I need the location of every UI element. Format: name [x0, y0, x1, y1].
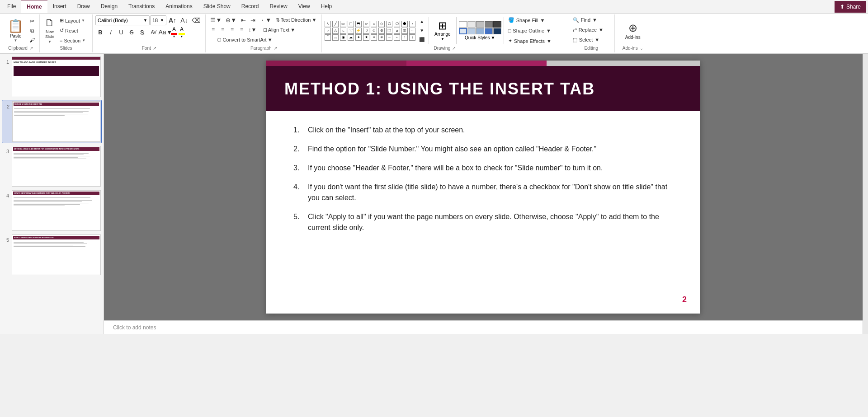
bullets-button[interactable]: ☰▼ — [208, 15, 223, 24]
tab-file[interactable]: File — [2, 0, 21, 13]
shape-parallelogram[interactable]: ▱ — [363, 21, 369, 27]
shape-rtriangle[interactable]: ◺ — [340, 28, 346, 34]
qs-cell-10[interactable] — [493, 28, 501, 34]
shape-star5[interactable]: ★ — [363, 34, 369, 41]
shapes-scroll-down[interactable]: ▼ — [417, 26, 426, 35]
tab-help[interactable]: Help — [316, 0, 338, 13]
shape-heart[interactable]: ♡ — [348, 28, 354, 34]
qs-cell-9[interactable] — [485, 28, 493, 34]
cut-button[interactable]: ✂ — [28, 17, 37, 26]
shape-snip-rect[interactable]: ⬒ — [355, 21, 362, 27]
shape-effects-button[interactable]: ✦ Shape Effects ▼ — [506, 37, 565, 46]
right-scrollbar[interactable] — [863, 54, 868, 334]
section-button[interactable]: ≡ Section ▼ — [58, 36, 90, 45]
font-increase-button[interactable]: A↑ — [167, 16, 178, 25]
addins-expander[interactable]: ⌄ — [640, 46, 643, 51]
qs-cell-3[interactable] — [476, 21, 484, 28]
shadow-button[interactable]: S — [137, 28, 147, 37]
shape-arrow-d[interactable]: ↓ — [409, 34, 415, 41]
tab-slideshow[interactable]: Slide Show — [198, 0, 236, 13]
paste-dropdown-arrow[interactable]: ▼ — [14, 38, 18, 42]
line-spacing-button[interactable]: ↕▼ — [246, 25, 258, 34]
qs-cell-7[interactable] — [467, 28, 476, 34]
numbering-button[interactable]: ⊕▼ — [224, 15, 238, 24]
notes-bar[interactable]: Click to add notes — [104, 320, 863, 334]
copy-button[interactable]: ⧉ — [28, 26, 37, 35]
paragraph-expander[interactable]: ↗ — [274, 46, 277, 51]
shape-oval[interactable]: ○ — [325, 28, 331, 34]
clipboard-expander[interactable]: ↗ — [29, 46, 33, 51]
tab-record[interactable]: Record — [236, 0, 264, 13]
bold-button[interactable]: B — [95, 28, 105, 37]
shape-no[interactable]: ⊘ — [378, 28, 385, 34]
shape-triangle[interactable]: △ — [332, 28, 339, 34]
font-size-input[interactable]: 18 ▼ — [150, 15, 166, 25]
qs-cell-8[interactable] — [476, 28, 484, 34]
shape-wave[interactable]: ≈ — [409, 28, 415, 34]
font-decrease-button[interactable]: A↓ — [179, 16, 189, 25]
slide-thumb-5[interactable]: 5 HOW TO REMOVE PAGE NUMBERS IN POWERPOI… — [2, 234, 102, 276]
shape-chord[interactable]: ⌓ — [332, 34, 339, 41]
highlight-color-btn[interactable]: A ▼ — [179, 26, 185, 38]
tab-home[interactable]: Home — [21, 0, 47, 13]
slide-thumb-2[interactable]: 2 METHOD 1: USING THE INSERT TAB — [2, 100, 102, 143]
shape-cursor[interactable]: ↖ — [325, 21, 331, 27]
shape-moon[interactable]: ☽ — [363, 28, 369, 34]
tab-view[interactable]: View — [293, 0, 316, 13]
shape-star8[interactable]: ✳ — [378, 34, 385, 41]
shape-lightning[interactable]: ⚡ — [355, 28, 362, 34]
shape-arrow-u[interactable]: ↑ — [401, 34, 408, 41]
shape-rounded-rect[interactable]: ▢ — [348, 21, 354, 27]
shape-pentagon[interactable]: ⬠ — [386, 21, 392, 27]
font-family-dropdown[interactable]: ▼ — [143, 18, 147, 23]
shape-diamond[interactable]: ◇ — [378, 21, 385, 27]
shape-outline-button[interactable]: □ Shape Outline ▼ — [506, 26, 565, 35]
align-text-button[interactable]: ⊡ Align Text ▼ — [259, 25, 299, 34]
text-direction-button[interactable]: ⇅ Text Direction ▼ — [274, 15, 319, 24]
font-family-selector[interactable]: Calibri (Body) ▼ — [95, 15, 150, 25]
tab-draw[interactable]: Draw — [72, 0, 95, 13]
tab-review[interactable]: Review — [264, 0, 292, 13]
qs-cell-1[interactable] — [459, 21, 467, 28]
addins-button[interactable]: ⊕ Add-ins — [623, 20, 643, 41]
shape-hexagon[interactable]: ⬡ — [394, 21, 400, 27]
tab-transitions[interactable]: Transitions — [123, 0, 160, 13]
shape-callout1[interactable]: ☁ — [348, 34, 354, 41]
justify-button[interactable]: ≡ — [237, 25, 246, 34]
convert-smartart-button[interactable]: ⬡ Convert to SmartArt ▼ — [208, 35, 281, 44]
slide-thumb-1[interactable]: 1 HOW TO ADD PAGE NUMBERS TO PPT — [2, 56, 102, 98]
reset-button[interactable]: ↺ Reset — [58, 26, 90, 35]
shape-arrow-l[interactable]: ← — [394, 34, 400, 41]
slide-thumb-3[interactable]: 3 METHOD 2: USING SLIDE MASTER FOR CONSI… — [2, 145, 102, 187]
decrease-indent-button[interactable]: ⇤ — [239, 15, 248, 24]
align-right-button[interactable]: ≡ — [227, 25, 236, 34]
layout-button[interactable]: ⊞ Layout ▼ — [58, 16, 90, 25]
underline-button[interactable]: U — [116, 28, 126, 37]
shape-can[interactable]: ⌀ — [394, 28, 400, 34]
new-slide-button[interactable]: 🗋 New Slide ▼ — [42, 16, 57, 45]
find-button[interactable]: 🔍 Find ▼ — [571, 15, 612, 24]
shape-donut[interactable]: ◉ — [340, 34, 346, 41]
font-size-up2[interactable]: Aa▼ — [160, 28, 170, 37]
arrange-button[interactable]: ⊞ Arrange ▼ — [431, 19, 454, 42]
font-color-btn[interactable]: A ▼ — [171, 26, 177, 38]
slide-canvas[interactable]: METHOD 1: USING THE INSERT TAB Click on … — [266, 61, 700, 314]
replace-button[interactable]: ⇄ Replace ▼ — [571, 25, 612, 34]
shape-line[interactable]: ╱ — [332, 21, 339, 27]
share-button[interactable]: ⬆ Share — [835, 1, 866, 13]
tab-design[interactable]: Design — [95, 0, 123, 13]
qs-cell-2[interactable] — [467, 21, 476, 28]
shape-trapezoid[interactable]: ⏢ — [371, 21, 377, 27]
new-slide-dropdown[interactable]: ▼ — [48, 40, 52, 44]
qs-cell-4[interactable] — [485, 21, 493, 28]
drawing-expander[interactable]: ↗ — [452, 46, 456, 51]
shape-fill-button[interactable]: 🪣 Shape Fill ▼ — [506, 16, 565, 25]
paste-button[interactable]: 📋 Paste ▼ — [5, 17, 27, 44]
slide-thumb-4[interactable]: 4 HOW TO EDIT/FORMAT SLIDE NUMBERS (FONT… — [2, 189, 102, 232]
align-center-button[interactable]: ≡ — [218, 25, 227, 34]
columns-button[interactable]: ⫠▼ — [258, 15, 273, 24]
shape-star6[interactable]: ✶ — [371, 34, 377, 41]
shape-arc[interactable]: ⌒ — [325, 34, 331, 41]
shape-chevron[interactable]: › — [409, 21, 415, 27]
select-button[interactable]: ⬚ Select ▼ — [571, 35, 612, 44]
